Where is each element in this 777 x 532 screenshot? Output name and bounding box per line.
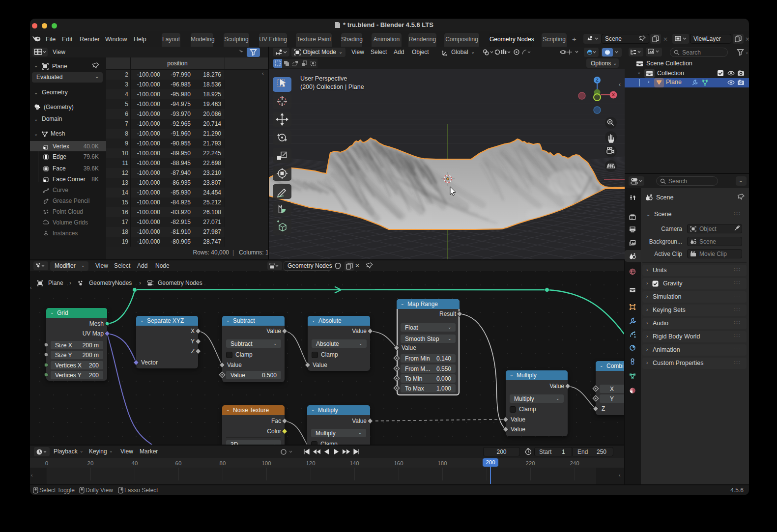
svg-text:X: X [612, 92, 615, 97]
svg-text:Z: Z [596, 78, 599, 83]
